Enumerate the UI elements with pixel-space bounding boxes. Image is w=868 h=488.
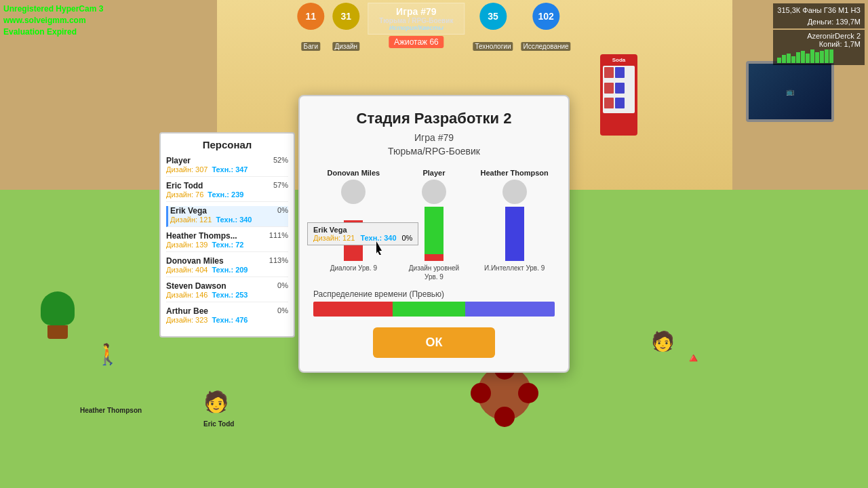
- worker-bars-donovan: [333, 180, 374, 261]
- vending-machine: Soda: [600, 54, 637, 136]
- seat: [518, 383, 538, 403]
- hud-top: Unregistered HyperCam 3 www.solveigmm.co…: [0, 0, 868, 58]
- worker-bars-player: [414, 180, 454, 261]
- skill-heather: И.Интеллект Урв. 9: [484, 264, 545, 272]
- badge-research-label: Исследование: [521, 42, 570, 51]
- watermark-line3: Evaluation Expired: [3, 26, 103, 38]
- hud-badges: 11 Баги 31 Дизайн Игра #79 Тюрьма / RPG-…: [297, 3, 570, 51]
- player-name: AzeronirDerck 2: [777, 32, 861, 40]
- dialog-game-info: Игра #79 Тюрьма/RPG-Боевик: [313, 131, 555, 158]
- badge-design-label: Дизайн: [332, 42, 359, 51]
- staff-item-eric-todd: Eric Todd 57% Дизайн: 76 Техн.: 239: [166, 181, 288, 202]
- badge-bugs: 11 Баги: [297, 3, 324, 51]
- badge-design-circle: 31: [332, 3, 359, 30]
- worker-bars-heather: [494, 180, 535, 261]
- staff-item-donovan: Donovan Miles 113% Дизайн: 404 Техн.: 20…: [166, 256, 288, 277]
- personnel-panel: Персонал Player 52% Дизайн: 307 Техн.: 3…: [159, 132, 295, 338]
- time-seg-blue: [465, 302, 555, 317]
- mini-chart: [777, 49, 861, 63]
- badge-research: 102 Исследование: [521, 3, 570, 51]
- staff-stats-player: Дизайн: 307 Техн.: 347: [166, 165, 288, 174]
- stats-line2: Деньги: 139,7М: [777, 16, 861, 28]
- seat: [471, 383, 491, 403]
- staff-percent-player: 52%: [273, 156, 288, 165]
- bar-blue-heather: [505, 207, 524, 261]
- watermark-line2: www.solveigmm.com: [3, 15, 103, 26]
- time-dist-label: Распределение времени (Превью): [313, 289, 555, 299]
- avatar-donovan: [341, 180, 366, 204]
- staff-item-steven: Steven Dawson 0% Дизайн: 146 Техн.: 253: [166, 281, 288, 302]
- avatar-player: [422, 180, 446, 204]
- worker-heather: Heather Thompson И.Интеллект Урв. 9: [477, 169, 552, 281]
- staff-name-player: Player: [166, 156, 191, 165]
- game-title-box: Игра #79 Тюрьма / RPG-Боевик История/Кве…: [368, 3, 465, 35]
- stats-line1: 315,3К Фаны Г36 М1 НЗ: [777, 5, 861, 16]
- bar-red-player: [425, 254, 443, 261]
- player-box: AzeronirDerck 2 Копий: 1,7М: [773, 30, 865, 65]
- game-title: Игра #79: [379, 6, 453, 17]
- watermark-line1: Unregistered HyperCam 3: [3, 3, 103, 15]
- avatar-heather: [502, 180, 527, 204]
- hud-stats: 315,3К Фаны Г36 М1 НЗ Деньги: 139,7М: [773, 3, 865, 28]
- staff-item-player: Player 52% Дизайн: 307 Техн.: 347: [166, 156, 288, 177]
- game-title-area: Игра #79 Тюрьма / RPG-Боевик История/Кве…: [368, 3, 465, 48]
- badge-tech: 35 Технологии: [473, 3, 513, 51]
- skill-player: Дизайн уровнейУрв. 9: [409, 264, 459, 281]
- time-dist-bar: [313, 302, 555, 317]
- staff-item-heather: Heather Thomps... 111% Дизайн: 139 Техн.…: [166, 231, 288, 252]
- worker-name-player: Player: [422, 169, 445, 177]
- char-heather: 🚶: [95, 342, 120, 366]
- time-distribution: Распределение времени (Превью): [313, 289, 555, 317]
- badge-bugs-circle: 11: [297, 3, 324, 30]
- badge-bugs-label: Баги: [302, 42, 320, 51]
- skill-donovan: Диалоги Урв. 9: [330, 264, 377, 272]
- game-genre: Тюрьма / RPG-Боевик: [379, 17, 453, 24]
- ok-button[interactable]: ОК: [373, 327, 495, 358]
- time-seg-green: [393, 302, 465, 317]
- tooltip-name: Erik Vega: [313, 226, 412, 234]
- staff-item-erik-vega: Erik Vega 0% Дизайн: 121 Техн.: 340: [166, 206, 288, 227]
- char-eric: 🧑: [203, 390, 229, 413]
- badge-tech-circle: 35: [479, 3, 507, 30]
- copies: Копий: 1,7М: [777, 40, 861, 48]
- char-game1: 🧑: [651, 330, 675, 352]
- staff-item-arthur: Arthur Bee 0% Дизайн: 323 Техн.: 476: [166, 306, 288, 327]
- char-label-heather: Heather Thompson: [80, 407, 142, 414]
- hype-bar: Ажиотаж 66: [389, 36, 444, 48]
- bar-green-player: [425, 207, 443, 254]
- plant-decoration: [41, 291, 75, 339]
- badge-research-circle: 102: [532, 3, 559, 30]
- round-table: [477, 366, 532, 420]
- seat: [494, 407, 515, 427]
- personnel-title: Персонал: [166, 139, 288, 150]
- plant-pot: [47, 325, 68, 339]
- tv-screen: 📺: [746, 61, 834, 122]
- hud-right: 315,3К Фаны Г36 М1 НЗ Деньги: 139,7М Aze…: [773, 3, 865, 65]
- tooltip-stats: Дизайн: 121 Техн.: 340 0%: [313, 234, 412, 242]
- dialog-title: Стадия Разработки 2: [313, 110, 555, 127]
- badge-tech-label: Технологии: [473, 42, 513, 51]
- worker-name-donovan: Donovan Miles: [328, 169, 380, 177]
- time-seg-red: [313, 302, 393, 317]
- hud-center: 11 Баги 31 Дизайн Игра #79 Тюрьма / RPG-…: [297, 0, 570, 51]
- watermark: Unregistered HyperCam 3 www.solveigmm.co…: [3, 3, 103, 37]
- story-quests: История/Квесты: [379, 24, 453, 31]
- plant-leaves: [41, 291, 75, 325]
- char-label-eric: Eric Todd: [203, 420, 234, 428]
- worker-name-heather: Heather Thompson: [481, 169, 549, 177]
- badge-design: 31 Дизайн: [332, 3, 359, 51]
- tooltip-erik-vega: Erik Vega Дизайн: 121 Техн.: 340 0%: [307, 222, 418, 245]
- char-cone: 🔺: [685, 350, 702, 366]
